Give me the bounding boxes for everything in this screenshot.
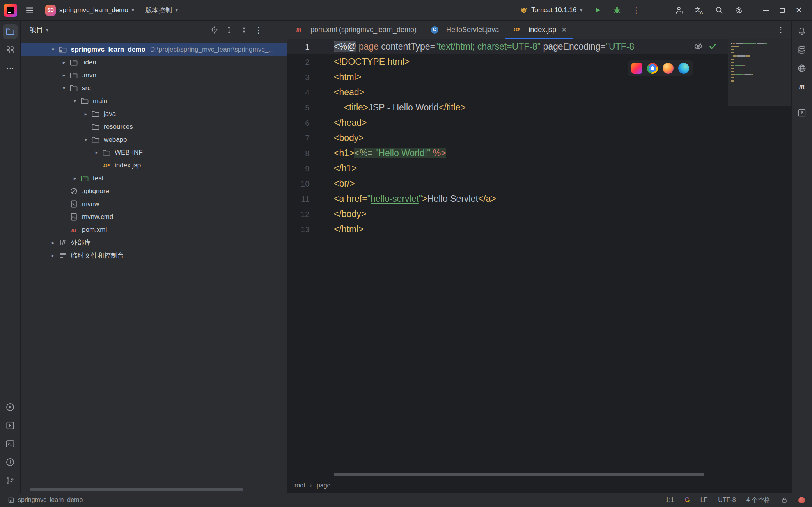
structure-tool-button[interactable] [3, 43, 18, 57]
main-menu-button[interactable] [22, 3, 37, 18]
project-widget[interactable]: SD springmvc_learn_demo ▾ [42, 3, 137, 18]
chevron-down-icon[interactable]: ▾ [46, 28, 48, 32]
line-separator[interactable]: LF [700, 496, 708, 503]
tree-item-src[interactable]: ▾src [21, 82, 287, 94]
code-editor[interactable]: 1<%@ page contentType="text/html; charse… [287, 39, 791, 478]
chevron-down-icon[interactable]: ▾ [70, 98, 80, 104]
tree-item-外部库[interactable]: ▸外部库 [21, 236, 287, 249]
run-tool-button[interactable] [3, 400, 18, 414]
code-line-9[interactable]: 9</h1> [287, 161, 791, 176]
tree-item-web-inf[interactable]: ▸WEB-INF [21, 146, 287, 159]
tree-item-mvnw[interactable]: mvnw [21, 197, 287, 210]
run-config-widget[interactable]: Tomcat 10.1.16 ▾ [517, 3, 585, 18]
translate-button[interactable]: 文A [692, 3, 707, 18]
problems-tool-button[interactable] [3, 455, 18, 470]
collapse-all-button[interactable] [238, 24, 250, 36]
endpoints-tool-button[interactable] [794, 61, 809, 76]
locate-file-button[interactable] [208, 24, 220, 36]
code-line-13[interactable]: 13</html> [287, 222, 791, 237]
chevron-right-icon[interactable]: ▸ [59, 72, 69, 78]
editor-tab-index-jsp[interactable]: JSPindex.jsp× [505, 21, 573, 39]
search-everywhere-button[interactable] [712, 3, 727, 18]
chrome-icon[interactable] [647, 63, 658, 74]
status-project-name[interactable]: springmvc_learn_demo [18, 496, 83, 503]
settings-button[interactable] [731, 3, 746, 18]
chevron-right-icon[interactable]: ▸ [48, 240, 58, 245]
minimize-button[interactable] [760, 3, 772, 18]
maven-tool-button[interactable]: m [794, 79, 809, 94]
code-line-3[interactable]: 3<html> [287, 69, 791, 85]
tree-item-springmvc-learn-demo[interactable]: ▾springmvc_learn_demoD:\project\spring_m… [21, 43, 287, 56]
terminal-tool-button[interactable] [3, 436, 18, 451]
notifications-button[interactable] [794, 24, 809, 39]
breadcrumb-page[interactable]: page [317, 482, 331, 489]
tree-item-mvn[interactable]: ▸.mvn [21, 69, 287, 82]
chevron-right-icon[interactable]: ▸ [59, 59, 69, 65]
code-line-11[interactable]: 11<a href="hello-servlet">Hello Servlet<… [287, 191, 791, 206]
editor-scrollbar[interactable] [334, 473, 704, 476]
chevron-right-icon[interactable]: ▸ [92, 149, 102, 155]
highlighting-eye-icon[interactable] [694, 42, 703, 51]
idea-preview-icon[interactable] [631, 63, 642, 74]
code-line-7[interactable]: 7<body> [287, 130, 791, 146]
run-button[interactable] [590, 3, 605, 18]
tree-item-pom-xml[interactable]: mpom.xml [21, 223, 287, 236]
code-line-10[interactable]: 10<br/> [287, 176, 791, 191]
code-line-12[interactable]: 12</body> [287, 206, 791, 222]
editor-tab-helloservlet-java[interactable]: CHelloServlet.java [423, 21, 505, 39]
tree-item-resources[interactable]: resources [21, 120, 287, 133]
tree-item-gitignore[interactable]: .gitignore [21, 185, 287, 197]
artifacts-tool-button[interactable] [794, 105, 809, 120]
tree-item-java[interactable]: ▸java [21, 107, 287, 120]
caret-position[interactable]: 1:1 [665, 496, 674, 503]
project-tool-button[interactable] [3, 24, 18, 39]
chevron-right-icon[interactable]: ▸ [70, 175, 80, 181]
expand-all-button[interactable] [223, 24, 235, 36]
code-line-4[interactable]: 4<head> [287, 85, 791, 100]
google-translate-icon[interactable]: G [684, 496, 690, 504]
tab-options-button[interactable]: ⋮ [775, 24, 787, 36]
minimap[interactable] [728, 39, 791, 106]
vcs-widget[interactable]: 版本控制 ▾ [142, 3, 181, 18]
edge-icon[interactable] [678, 63, 689, 74]
panel-title[interactable]: 项目 [30, 25, 43, 34]
code-line-8[interactable]: 8<h1><%= "Hello World!" %> [287, 146, 791, 161]
more-tools-button[interactable]: ⋯ [3, 61, 18, 76]
database-tool-button[interactable] [794, 43, 809, 57]
more-actions-button[interactable]: ⋮ [629, 3, 643, 18]
services-tool-button[interactable] [3, 418, 18, 433]
indent-style[interactable]: 4 个空格 [746, 496, 770, 504]
chevron-down-icon[interactable]: ▾ [81, 137, 91, 142]
code-line-6[interactable]: 6</head> [287, 115, 791, 130]
inspections-ok-icon[interactable] [708, 42, 717, 51]
editor-tab-pom-xml[interactable]: mpom.xml (springmvc_learn_demo) [287, 21, 423, 39]
code-line-2[interactable]: 2<!DOCTYPE html> [287, 54, 791, 69]
tree-item-idea[interactable]: ▸.idea [21, 56, 287, 69]
hide-panel-button[interactable]: − [268, 24, 279, 36]
chevron-down-icon[interactable]: ▾ [59, 85, 69, 91]
tree-item-webapp[interactable]: ▾webapp [21, 133, 287, 146]
code-with-me-button[interactable] [672, 3, 687, 18]
lock-icon[interactable] [781, 496, 788, 503]
chevron-right-icon[interactable]: ▸ [81, 111, 91, 117]
debug-button[interactable] [610, 3, 624, 18]
tree-item-临时文件和控制台[interactable]: ▸临时文件和控制台 [21, 249, 287, 262]
close-button[interactable]: × [792, 3, 805, 18]
code-line-5[interactable]: 5 <title>JSP - Hello World</title> [287, 100, 791, 115]
panel-options-button[interactable]: ⋮ [253, 24, 264, 36]
tree-item-index-jsp[interactable]: JSPindex.jsp [21, 159, 287, 172]
firefox-icon[interactable] [663, 63, 674, 74]
tree-item-test[interactable]: ▸test [21, 172, 287, 185]
close-tab-icon[interactable]: × [562, 26, 566, 34]
maximize-button[interactable] [777, 3, 788, 18]
file-encoding[interactable]: UTF-8 [718, 496, 736, 503]
fatal-error-icon[interactable] [798, 497, 805, 503]
breadcrumb-root[interactable]: root [294, 482, 305, 489]
tree-item-mvnw-cmd[interactable]: mvnw.cmd [21, 210, 287, 223]
scratches-icon [58, 251, 67, 260]
project-scrollbar[interactable] [30, 488, 243, 491]
git-tool-button[interactable] [3, 473, 18, 488]
chevron-right-icon[interactable]: ▸ [48, 253, 58, 258]
tree-item-main[interactable]: ▾main [21, 94, 287, 107]
chevron-down-icon[interactable]: ▾ [48, 46, 58, 52]
